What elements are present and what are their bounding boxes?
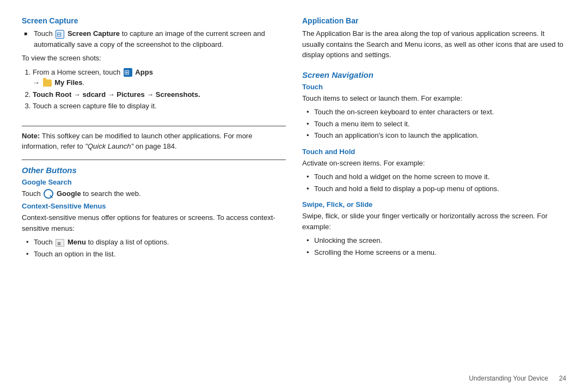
- step2-text: Touch Root → sdcard → Pictures → Screens…: [33, 90, 200, 99]
- menu-icon: [56, 239, 64, 247]
- touch-hold-bullets: Touch and hold a widget on the home scre…: [307, 171, 566, 194]
- note-italic: "Quick Launch": [85, 142, 135, 150]
- view-shots-label: To view the screen shots:: [22, 53, 286, 64]
- left-column: Screen Capture Touch Screen Capture to c…: [22, 16, 286, 376]
- right-column: Application Bar The Application Bar is t…: [302, 16, 566, 376]
- swipe-bullets: Unlocking the screen. Scrolling the Home…: [307, 235, 566, 258]
- google-bold: Google: [57, 189, 83, 198]
- context-menus-title: Context-Sensitive Menus: [22, 202, 286, 210]
- touch-hold-subtitle: Touch and Hold: [302, 148, 566, 156]
- steps-list: From a Home screen, touch Apps → My File…: [22, 67, 286, 112]
- screen-navigation-title: Screen Navigation: [302, 70, 566, 79]
- google-rest: to search the web.: [83, 189, 140, 198]
- google-search-text: Touch Google to search the web.: [22, 188, 286, 199]
- touch-menu-label: Touch: [34, 238, 54, 246]
- touch-bullet2: Touch a menu item to select it.: [307, 119, 566, 130]
- touch-bullet3: Touch an application's icon to launch th…: [307, 130, 566, 141]
- context-menus-bullets: Touch Menu to display a list of options.…: [26, 237, 286, 259]
- google-search-icon: [44, 189, 53, 199]
- touch-subtitle: Touch: [302, 83, 566, 91]
- other-buttons-title: Other Buttons: [22, 166, 286, 175]
- swipe-text: Swipe, flick, or slide your finger verti…: [302, 211, 566, 232]
- note-label: Note:: [22, 132, 42, 140]
- swipe-subtitle: Swipe, Flick, or Slide: [302, 200, 566, 209]
- context-menus-text: Context-sensitive menus offer options fo…: [22, 212, 286, 234]
- footer-text: Understanding Your Device: [469, 375, 548, 382]
- note-page: on page 184.: [136, 142, 177, 150]
- footer-page: 24: [559, 375, 566, 382]
- other-buttons-section: Other Buttons Google Search Touch Google…: [22, 166, 286, 263]
- touch-hold-bullet2: Touch and hold a field to display a pop-…: [307, 183, 566, 194]
- arrow1: →: [33, 78, 42, 87]
- swipe-bullet2: Scrolling the Home screens or a menu.: [307, 247, 566, 258]
- folder-icon: [43, 79, 52, 87]
- context-menus-section: Context-Sensitive Menus Context-sensitiv…: [22, 202, 286, 259]
- google-search-section: Google Search Touch Google to search the…: [22, 178, 286, 199]
- swipe-bullet1: Unlocking the screen.: [307, 235, 566, 246]
- step1a: From a Home screen, touch: [33, 68, 122, 76]
- note-text: Note: This softkey can be modified to la…: [22, 131, 286, 152]
- footer: Understanding Your Device 24: [469, 375, 566, 382]
- apps-label: Apps: [135, 68, 153, 76]
- capture-icon: [56, 30, 64, 39]
- apps-icon: [124, 68, 132, 77]
- context-bullet1: Touch Menu to display a list of options.: [26, 237, 286, 248]
- myfiles-label: My Files: [54, 78, 82, 87]
- touch-hold-bullet1: Touch and hold a widget on the home scre…: [307, 171, 566, 182]
- screen-navigation-section: Screen Navigation Touch Touch items to s…: [302, 70, 566, 265]
- touch-text: Touch items to select or launch them. Fo…: [302, 93, 566, 104]
- step1: From a Home screen, touch Apps → My File…: [33, 67, 286, 88]
- touch-section: Touch Touch items to select or launch th…: [302, 83, 566, 141]
- menu-bold: Menu: [68, 238, 88, 246]
- touch-bullets: Touch the on-screen keyboard to enter ch…: [307, 107, 566, 141]
- google-search-title: Google Search: [22, 178, 286, 186]
- screen-capture-section: Screen Capture Touch Screen Capture to c…: [22, 16, 286, 115]
- note-box: Note: This softkey can be modified to la…: [22, 126, 286, 160]
- step2: Touch Root → sdcard → Pictures → Screens…: [33, 89, 286, 100]
- screen-capture-bullet1: Touch Screen Capture to capture an image…: [24, 28, 286, 50]
- application-bar-title: Application Bar: [302, 16, 566, 25]
- swipe-section: Swipe, Flick, or Slide Swipe, flick, or …: [302, 200, 566, 258]
- touch-label: Touch: [34, 29, 54, 38]
- screen-capture-bold: Screen Capture: [68, 29, 122, 38]
- application-bar-section: Application Bar The Application Bar is t…: [302, 16, 566, 64]
- period1: .: [83, 78, 85, 87]
- context-bullet2: Touch an option in the list.: [26, 249, 286, 260]
- touch-google: Touch: [22, 189, 42, 198]
- touch-hold-section: Touch and Hold Activate on-screen items.…: [302, 148, 566, 194]
- touch-hold-text: Activate on-screen items. For example:: [302, 158, 566, 169]
- menu-rest: to display a list of options.: [88, 238, 169, 246]
- screen-capture-bullets: Touch Screen Capture to capture an image…: [24, 28, 286, 50]
- touch-bullet1: Touch the on-screen keyboard to enter ch…: [307, 107, 566, 118]
- application-bar-text: The Application Bar is the area along th…: [302, 28, 566, 60]
- step3: Touch a screen capture file to display i…: [33, 101, 286, 112]
- screen-capture-title: Screen Capture: [22, 16, 286, 25]
